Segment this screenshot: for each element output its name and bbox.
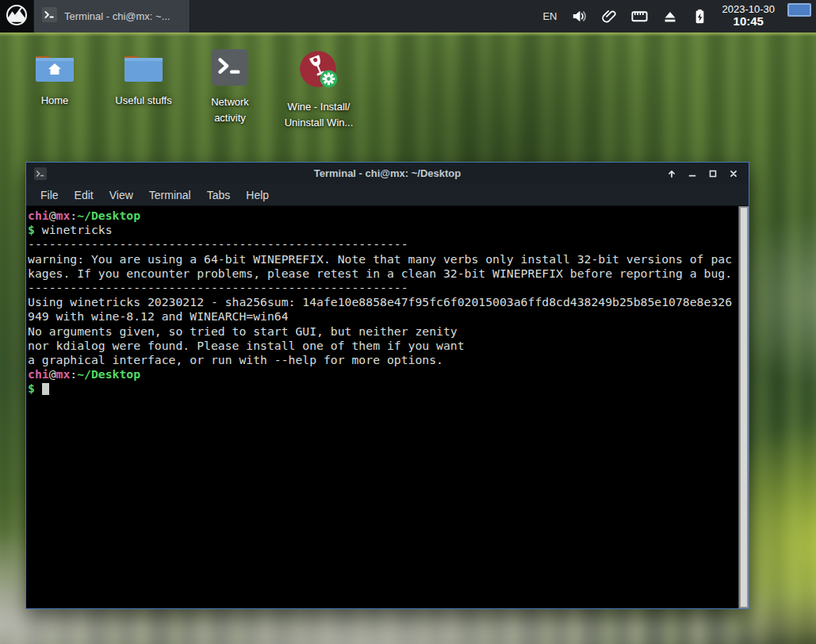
terminal-line: 949 with wine-8.12 and WINEARCH=win64 (28, 309, 737, 324)
terminal-line: $ winetricks (28, 223, 737, 237)
clock-date: 2023-10-30 (722, 4, 776, 16)
menu-bar: File Edit View Terminal Tabs Help (26, 184, 749, 206)
terminal-output: chi@mx:~/Desktop$ winetricks------------… (28, 209, 737, 397)
desktop-icon-useful-stuffs[interactable]: Useful stuffs (102, 49, 185, 109)
wallpaper-highlight (0, 33, 816, 36)
terminal-line: a graphical interface, or run with --hel… (28, 353, 737, 367)
menu-terminal[interactable]: Terminal (141, 189, 199, 201)
scrollbar-thumb[interactable] (740, 207, 748, 608)
maximize-button[interactable] (706, 167, 720, 181)
scrollbar[interactable] (738, 206, 749, 608)
menu-tabs[interactable]: Tabs (199, 189, 239, 201)
keyboard-icon[interactable] (630, 7, 649, 25)
desktop-icon-label: Home (41, 93, 69, 109)
taskbar-item-label: Terminal - chi@mx: ~... (64, 10, 170, 22)
terminal-icon (212, 49, 248, 89)
terminal-line: No arguments given, so tried to start GU… (28, 324, 737, 339)
mx-menu-button[interactable] (0, 0, 33, 33)
paperclip-icon[interactable] (601, 8, 618, 25)
menu-edit[interactable]: Edit (67, 189, 102, 201)
terminal-line: chi@mx:~/Desktop (28, 209, 737, 223)
desktop-icon-wine[interactable]: Wine - Install/ Uninstall Win... (278, 49, 360, 130)
minimize-button[interactable] (685, 167, 699, 181)
terminal-line: nor kdialog were found. Please install o… (28, 339, 737, 353)
system-tray: EN (542, 0, 816, 33)
clock[interactable]: 2023-10-30 10:45 (722, 4, 776, 29)
window-title: Terminal - chi@mx: ~/Desktop (26, 167, 749, 179)
terminal-line: warning: You are using a 64-bit WINEPREF… (28, 252, 737, 266)
desktop-icon-label: Useful stuffs (115, 93, 171, 109)
language-indicator[interactable]: EN (542, 10, 557, 22)
terminal-icon[interactable] (34, 167, 47, 180)
terminal-line: chi@mx:~/Desktop (28, 367, 737, 381)
desktop-screen: Terminal - chi@mx: ~... EN (0, 0, 816, 644)
shade-button[interactable] (665, 167, 679, 181)
desktop-icon-home[interactable]: Home (13, 49, 96, 109)
menu-help[interactable]: Help (238, 189, 277, 201)
terminal-line: ----------------------------------------… (28, 281, 737, 295)
close-button[interactable] (726, 167, 741, 181)
terminal-line: ----------------------------------------… (28, 237, 737, 251)
desktop-icon-label: Network activity (211, 94, 249, 125)
mx-logo-icon (4, 2, 29, 31)
window-titlebar[interactable]: Terminal - chi@mx: ~/Desktop (26, 163, 749, 184)
wine-gear-icon (298, 49, 339, 94)
menu-file[interactable]: File (33, 189, 67, 201)
terminal-window: Terminal - chi@mx: ~/Desktop (25, 162, 749, 609)
terminal-cursor (42, 383, 49, 395)
terminal-line: Using winetricks 20230212 - sha256sum: 1… (28, 295, 737, 309)
top-panel: Terminal - chi@mx: ~... EN (0, 0, 816, 33)
window-controls (665, 167, 741, 181)
terminal-line: $ (28, 381, 737, 396)
volume-icon[interactable] (570, 7, 588, 25)
workspace-pager[interactable] (787, 3, 811, 17)
desktop-icon-label: Wine - Install/ Uninstall Win... (285, 99, 354, 130)
folder-home-icon (33, 49, 76, 87)
terminal-icon (42, 7, 57, 25)
taskbar-item-terminal[interactable]: Terminal - chi@mx: ~... (33, 0, 190, 33)
folder-icon (122, 49, 165, 87)
menu-view[interactable]: View (102, 189, 141, 201)
desktop-icon-network-activity[interactable]: Network activity (189, 49, 271, 125)
battery-icon[interactable] (691, 8, 708, 25)
terminal-line: kages. If you encounter problems, please… (28, 266, 737, 281)
eject-icon[interactable] (661, 8, 679, 25)
terminal-viewport[interactable]: chi@mx:~/Desktop$ winetricks------------… (26, 206, 749, 608)
clock-time: 10:45 (722, 15, 776, 29)
